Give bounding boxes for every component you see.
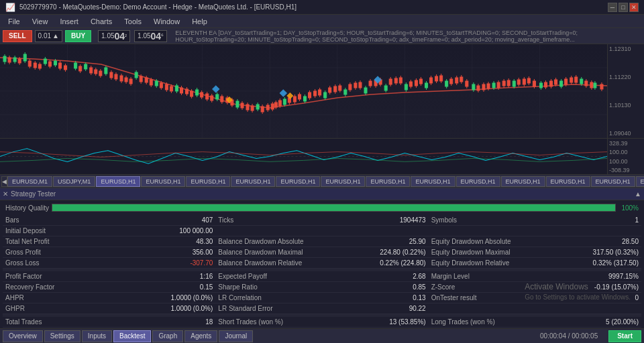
indicator-chart: CCI(14) 0.26 ADX(20) 23.06 21.73 15.58 3… <box>0 138 644 175</box>
tab-backtest[interactable]: Backtest <box>113 330 151 342</box>
chart-toolbar: SELL 0.01 ▲ BUY 1.05 04 ² 1.05 04 ⁶ ELEV… <box>0 28 644 44</box>
ahpr-stat: AHPR 1.0000 (0.0%) <box>3 293 215 303</box>
strategy-tester-label: Strategy Tester <box>11 190 56 198</box>
symbol-tab-3[interactable]: EURUSD,H1 <box>141 176 185 187</box>
initial-deposit-label: Initial Deposit <box>5 227 46 234</box>
balance-drawdown-rel-stat: Balance Drawdown Relative 0.22% (224.80) <box>215 258 428 269</box>
recovery-factor-value: 0.15 <box>200 283 213 291</box>
equity-drawdown-abs-stat: Equity Drawdown Absolute 28.50 <box>429 236 641 247</box>
symbol-tab-4[interactable]: EURUSD,H1 <box>186 176 230 187</box>
tester-close-icon[interactable]: ✕ <box>3 190 8 198</box>
short-trades-value: 13 (53.85%) <box>389 318 425 326</box>
bid-price-display: 1.05 04 ² <box>98 30 130 42</box>
long-trades-stat: Long Trades (won %) 5 (20.00%) <box>429 317 641 328</box>
lr-std-error-value: 90.22 <box>409 305 426 312</box>
symbol-tabs: ◀ EURUSD,M1 USDJPY,M1 EURUSD,H1 EURUSD,H… <box>0 175 644 188</box>
bottom-tab-group: Overview Settings Inputs Backtest Graph … <box>3 330 253 342</box>
ahpr-value: 1.0000 (0.0%) <box>171 294 213 301</box>
window-title: 5029779970 - MetaQuotes-Demo: Demo Accou… <box>19 3 297 11</box>
ahpr-label: AHPR <box>5 294 24 301</box>
tab-agents[interactable]: Agents <box>184 330 217 342</box>
equity-drawdown-rel-label: Equity Drawdown Relative <box>431 259 510 267</box>
tab-settings[interactable]: Settings <box>44 330 80 342</box>
gross-loss-stat: Gross Loss -307.70 <box>3 258 215 269</box>
tab-graph[interactable]: Graph <box>152 330 183 342</box>
expected-payoff-stat: Expected Payoff 2.68 <box>215 271 428 282</box>
symbol-tab-11[interactable]: EURUSD,H1 <box>501 176 545 187</box>
net-profit-value: 48.30 <box>196 238 213 245</box>
gross-profit-label: Gross Profit <box>5 249 41 256</box>
symbol-tab-12[interactable]: EURUSD,H1 <box>546 176 590 187</box>
quality-percent: 100% <box>619 204 639 212</box>
tab-overview[interactable]: Overview <box>3 330 43 342</box>
symbol-tab-6[interactable]: EURUSD,H1 <box>276 176 320 187</box>
lr-correlation-stat: LR Correlation 0.13 <box>215 293 428 303</box>
symbol-tab-7[interactable]: EURUSD,H1 <box>321 176 365 187</box>
equity-drawdown-abs-label: Equity Drawdown Absolute <box>431 238 511 245</box>
menu-file[interactable]: File <box>3 16 25 27</box>
sell-button[interactable]: SELL <box>3 30 32 42</box>
symbol-tab-5[interactable]: EURUSD,H1 <box>231 176 275 187</box>
z-score-stat: Z-Score -0.19 (15.07%) <box>429 282 641 293</box>
ticks-value: 1904473 <box>400 216 426 224</box>
bars-label: Bars <box>5 216 19 224</box>
chart-area: 1.12310 1.11220 1.10130 1.09040 CCI(14) … <box>0 44 644 175</box>
equity-drawdown-max-stat: Equity Drawdown Maximal 317.50 (0.32%) <box>429 247 641 258</box>
maximize-button[interactable]: □ <box>619 3 628 12</box>
initial-deposit-stat: Initial Deposit 100 000.00 <box>3 226 215 236</box>
symbol-tab-9[interactable]: EURUSD,H1 <box>411 176 455 187</box>
timer-display: 00:00:04 / 00:00:05 <box>535 332 603 340</box>
margin-level-value: 9997.15% <box>608 273 639 280</box>
menubar: File View Insert Charts Tools Window Hel… <box>0 15 644 28</box>
minimize-button[interactable]: ─ <box>608 3 617 12</box>
empty-stat-1 <box>215 226 428 236</box>
margin-level-label: Margin Level <box>431 273 470 280</box>
total-trades-label: Total Trades <box>5 318 42 326</box>
symbol-tab-0[interactable]: EURUSD,M1 <box>7 176 52 187</box>
profit-factor-value: 1:16 <box>200 273 213 280</box>
close-button[interactable]: ✕ <box>629 3 639 12</box>
symbol-tab-13[interactable]: EURUSD,H1 <box>591 176 635 187</box>
tester-expand-icon[interactable]: ▲ <box>635 190 641 198</box>
symbol-tab-2[interactable]: EURUSD,H1 <box>96 176 140 187</box>
lr-correlation-value: 0.13 <box>413 294 425 301</box>
recovery-factor-row: Recovery Factor 0.15 Sharpe Ratio 0.85 Z… <box>3 282 641 293</box>
menu-help[interactable]: Help <box>186 16 213 27</box>
app-icon: 📈 <box>5 3 15 12</box>
bottom-tabs: Overview Settings Inputs Backtest Graph … <box>0 328 644 343</box>
ghpr-value: 1.0000 (0.0%) <box>171 305 213 312</box>
total-trades-value: 18 <box>205 318 213 326</box>
main-price-chart: 1.12310 1.11220 1.10130 1.09040 <box>0 44 644 138</box>
menu-insert[interactable]: Insert <box>54 16 84 27</box>
margin-level-stat: Margin Level 9997.15% <box>429 271 641 282</box>
expected-payoff-value: 2.68 <box>413 273 425 280</box>
menu-tools[interactable]: Tools <box>119 16 147 27</box>
svg-marker-248 <box>280 90 286 96</box>
quality-bar-container <box>52 204 616 212</box>
symbol-tab-8[interactable]: EURUSD,H1 <box>366 176 410 187</box>
symbol-tab-14[interactable]: EUR <box>636 176 644 187</box>
symbols-stat: Symbols 1 <box>429 215 641 226</box>
buy-button[interactable]: BUY <box>65 30 91 42</box>
menu-window[interactable]: Window <box>148 16 185 27</box>
menu-charts[interactable]: Charts <box>85 16 117 27</box>
symbol-tab-10[interactable]: EURUSD,H1 <box>456 176 500 187</box>
symbol-tab-1[interactable]: USDJPY,M1 <box>53 176 95 187</box>
strategy-tester-panel: ✕ Strategy Tester ▲ History Quality 100%… <box>0 188 644 343</box>
tab-scroll-left[interactable]: ◀ <box>1 176 7 187</box>
tab-journal[interactable]: Journal <box>219 330 253 342</box>
initial-deposit-value: 100 000.00 <box>179 227 213 234</box>
menu-view[interactable]: View <box>27 16 54 27</box>
bars-value: 407 <box>202 216 213 224</box>
equity-drawdown-rel-value: 0.32% (317.50) <box>593 259 639 267</box>
start-button[interactable]: Start <box>608 330 641 342</box>
ask-price-display: 1.05 04 ⁶ <box>134 30 167 42</box>
balance-drawdown-rel-value: 0.22% (224.80) <box>380 259 425 267</box>
balance-drawdown-max-label: Balance Drawdown Maximal <box>218 249 303 256</box>
gross-profit-value: 356.00 <box>193 249 213 256</box>
ticks-stat: Ticks 1904473 <box>215 215 428 226</box>
ea-params: ELEVENTH EA [DAY_toStartTrading=1; DAY_t… <box>170 29 641 43</box>
symbols-label: Symbols <box>431 216 457 224</box>
net-profit-label: Total Net Profit <box>5 238 50 245</box>
tab-inputs[interactable]: Inputs <box>82 330 112 342</box>
